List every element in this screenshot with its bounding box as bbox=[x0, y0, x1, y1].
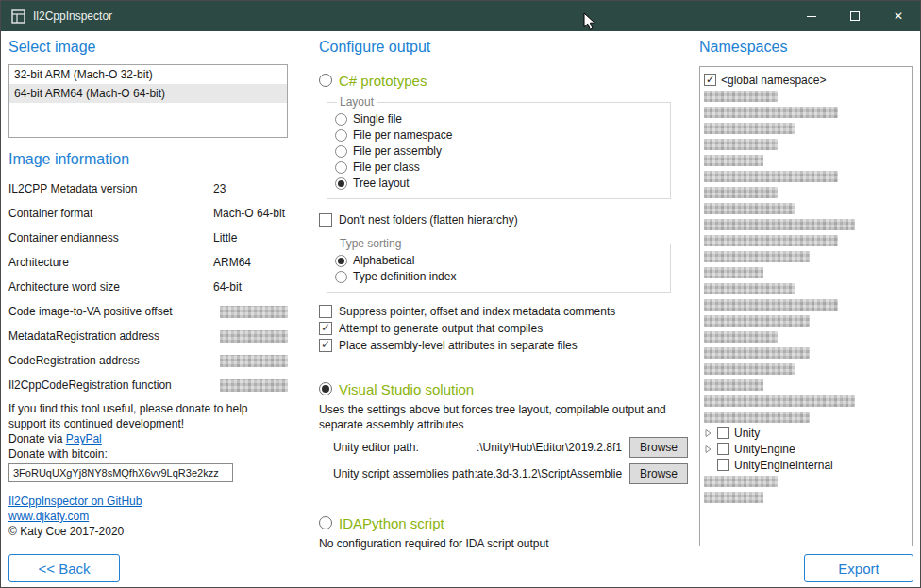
namespace-item[interactable] bbox=[704, 409, 908, 425]
radio-icon bbox=[335, 113, 347, 126]
info-label: Architecture bbox=[8, 256, 213, 269]
namespace-item[interactable] bbox=[704, 296, 908, 312]
title-bar[interactable]: Il2CppInspector ✕ bbox=[1, 1, 920, 31]
radio-label: File per assembly bbox=[353, 145, 442, 158]
checkbox-option[interactable]: Place assembly-level attributes in separ… bbox=[319, 337, 689, 354]
maximize-button[interactable] bbox=[833, 1, 877, 31]
browse-button[interactable]: Browse bbox=[629, 437, 688, 458]
radio-csharp-prototypes[interactable]: C# prototypes bbox=[319, 71, 689, 90]
namespace-item[interactable] bbox=[704, 88, 908, 104]
checkbox-option[interactable]: Suppress pointer, offset and index metad… bbox=[319, 303, 689, 320]
info-label: Architecture word size bbox=[8, 280, 213, 294]
type-sorting-title: Type sorting bbox=[337, 237, 404, 250]
info-row: Container endianness Little bbox=[8, 226, 288, 250]
info-label: Code image-to-VA positive offset bbox=[8, 305, 213, 318]
configure-output-panel: Configure output C# prototypes Layout Si… bbox=[319, 39, 689, 551]
close-button[interactable]: ✕ bbox=[877, 1, 920, 31]
image-listbox: 32-bit ARM (Mach-O 32-bit) 64-bit ARM64 … bbox=[8, 64, 288, 138]
namespace-item[interactable] bbox=[704, 152, 908, 168]
radio-icon bbox=[335, 161, 347, 174]
namespace-item[interactable]: UnityEngine bbox=[704, 441, 908, 457]
namespace-item[interactable] bbox=[704, 168, 908, 184]
info-label: Container format bbox=[8, 207, 213, 220]
namespace-item[interactable] bbox=[704, 184, 908, 200]
radio-idapython-script[interactable]: IDAPython script bbox=[319, 513, 689, 532]
redacted-namespace bbox=[704, 235, 838, 246]
minimize-icon bbox=[807, 16, 816, 17]
sorting-radio-option[interactable]: Alphabetical bbox=[335, 255, 661, 267]
export-button[interactable]: Export bbox=[804, 554, 913, 582]
expander-icon[interactable] bbox=[704, 445, 712, 454]
info-row: Container format Mach-O 64-bit bbox=[8, 201, 288, 226]
namespace-item[interactable] bbox=[704, 393, 908, 409]
redacted-namespace bbox=[704, 139, 778, 150]
path-field-value: :\Unity\Hub\Editor\2019.2.8f1 bbox=[419, 441, 622, 454]
namespace-item[interactable] bbox=[704, 104, 908, 120]
namespace-item[interactable] bbox=[704, 232, 908, 248]
paypal-link[interactable]: PayPal bbox=[66, 432, 102, 445]
namespace-item[interactable] bbox=[704, 136, 908, 152]
namespace-item[interactable] bbox=[704, 361, 908, 377]
namespace-item[interactable] bbox=[704, 216, 908, 232]
namespace-item[interactable] bbox=[704, 377, 908, 393]
github-link[interactable]: Il2CppInspector on GitHub bbox=[8, 495, 142, 508]
redacted-namespace bbox=[704, 267, 763, 278]
path-field-value: ate.3d-3.1.2\ScriptAssemblies bbox=[477, 467, 622, 480]
checkbox-icon[interactable] bbox=[717, 427, 729, 439]
radio-visual-studio-solution[interactable]: Visual Studio solution bbox=[319, 379, 689, 398]
redacted-value bbox=[220, 355, 288, 367]
redacted-value bbox=[220, 306, 288, 318]
redacted-namespace bbox=[704, 155, 763, 166]
namespace-item[interactable] bbox=[704, 120, 908, 136]
info-value: ARM64 bbox=[213, 256, 288, 269]
image-list-item[interactable]: 32-bit ARM (Mach-O 32-bit) bbox=[9, 65, 287, 84]
close-icon: ✕ bbox=[894, 10, 903, 22]
namespace-item[interactable] bbox=[704, 344, 908, 361]
namespace-item[interactable]: UnityEngineInternal bbox=[704, 457, 908, 473]
namespace-item[interactable] bbox=[704, 473, 908, 489]
browse-button[interactable]: Browse bbox=[629, 463, 688, 484]
redacted-namespace bbox=[704, 283, 795, 294]
image-list-item[interactable]: 64-bit ARM64 (Mach-O 64-bit) bbox=[9, 84, 287, 103]
info-row: Il2CppCodeRegistration function bbox=[8, 373, 288, 397]
namespace-item[interactable] bbox=[704, 200, 908, 216]
namespace-item[interactable]: <global namespace> bbox=[704, 72, 908, 88]
unity-path-fields: Unity editor path: :\Unity\Hub\Editor\20… bbox=[333, 436, 688, 485]
layout-radio-option[interactable]: File per class bbox=[335, 161, 661, 174]
redacted-value bbox=[220, 330, 288, 343]
namespace-item[interactable] bbox=[704, 312, 908, 328]
checkbox-label: Place assembly-level attributes in separ… bbox=[339, 339, 578, 352]
info-value: 64-bit bbox=[213, 280, 288, 294]
image-list-item-label: 64-bit ARM64 (Mach-O 64-bit) bbox=[14, 87, 165, 100]
website-link[interactable]: www.djkaty.com bbox=[8, 510, 89, 523]
checkbox-option[interactable]: Attempt to generate output that compiles bbox=[319, 320, 689, 337]
redacted-namespace bbox=[704, 123, 795, 134]
namespaces-list: <global namespace> bbox=[699, 66, 913, 546]
bitcoin-label: Donate with bitcoin: bbox=[8, 447, 288, 462]
redacted-value bbox=[220, 379, 288, 392]
redacted-namespace bbox=[704, 219, 855, 230]
namespace-item[interactable] bbox=[704, 328, 908, 344]
flatten-checkbox[interactable]: Don't nest folders (flatten hierarchy) bbox=[319, 211, 689, 228]
radio-label: File per namespace bbox=[353, 129, 452, 142]
layout-radio-option[interactable]: File per assembly bbox=[335, 145, 661, 158]
namespace-label: Unity bbox=[734, 427, 760, 440]
radio-icon bbox=[335, 177, 347, 190]
namespace-item[interactable] bbox=[704, 280, 908, 296]
namespace-item[interactable] bbox=[704, 264, 908, 280]
namespace-item[interactable] bbox=[704, 248, 908, 264]
checkbox-icon[interactable] bbox=[717, 459, 729, 471]
sorting-radio-option[interactable]: Type definition index bbox=[335, 271, 661, 283]
back-button[interactable]: << Back bbox=[8, 554, 120, 582]
minimize-button[interactable] bbox=[790, 1, 833, 31]
checkbox-icon[interactable] bbox=[717, 443, 729, 455]
layout-radio-option[interactable]: File per namespace bbox=[335, 129, 661, 142]
layout-radio-option[interactable]: Tree layout bbox=[335, 177, 661, 190]
layout-radio-option[interactable]: Single file bbox=[335, 113, 661, 126]
checkbox-icon[interactable] bbox=[704, 74, 716, 86]
namespace-item[interactable]: Unity bbox=[704, 425, 908, 441]
redacted-namespace bbox=[704, 299, 838, 311]
bitcoin-address-input[interactable] bbox=[8, 463, 233, 482]
expander-icon[interactable] bbox=[704, 428, 712, 438]
namespace-item[interactable] bbox=[704, 489, 908, 505]
